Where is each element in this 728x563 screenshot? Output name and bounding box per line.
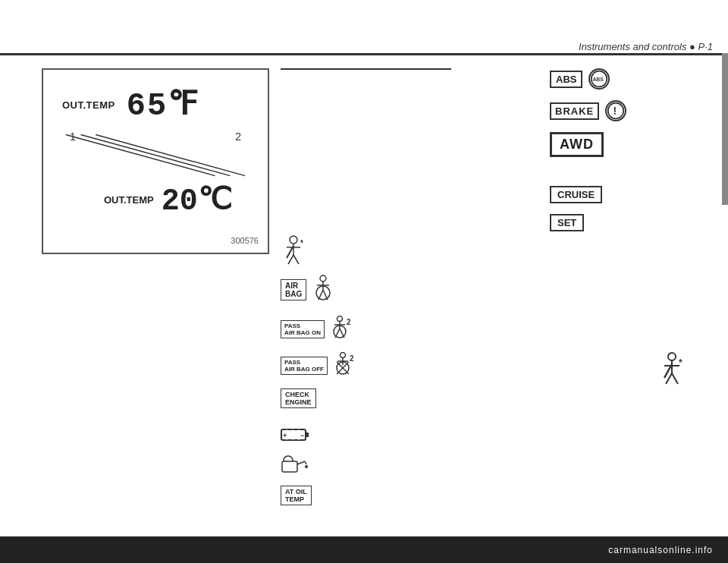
temp-fahrenheit: 65℉ xyxy=(127,85,199,124)
svg-line-50 xyxy=(672,373,678,384)
out-temp-label-top: OUT.TEMP xyxy=(62,99,115,111)
svg-point-23 xyxy=(340,353,346,358)
temp-celsius: 20℃ xyxy=(162,181,232,219)
svg-line-21 xyxy=(340,329,344,338)
svg-text:−: − xyxy=(300,432,304,439)
at-oil-temp-indicator: AT OILTEMP xyxy=(281,486,417,505)
svg-line-14 xyxy=(318,290,323,300)
set-row: SET xyxy=(550,214,686,231)
pass-airbag-on-icon: 2 xyxy=(329,316,353,343)
seatbelt-right-icon: * xyxy=(657,352,686,388)
airbag-figure-icon xyxy=(311,275,335,305)
svg-text:*: * xyxy=(300,239,303,247)
at-oil-temp-box: AT OILTEMP xyxy=(281,486,312,505)
svg-line-2 xyxy=(66,134,215,175)
svg-point-45 xyxy=(668,353,676,360)
svg-rect-31 xyxy=(306,432,309,437)
out-temp-top: OUT.TEMP 65℉ xyxy=(62,85,249,124)
oil-indicator xyxy=(281,454,417,478)
bottom-bar: carmanualsonline.info xyxy=(0,536,728,563)
diagonal-lines xyxy=(58,131,253,184)
side-tab xyxy=(722,53,728,205)
svg-point-10 xyxy=(320,275,326,282)
header-title: Instruments and controls ● P·1 xyxy=(579,41,713,52)
cruise-row: CRUISE xyxy=(550,186,686,203)
svg-text:2: 2 xyxy=(347,318,351,326)
svg-point-3 xyxy=(290,236,297,244)
svg-point-40 xyxy=(305,465,308,468)
svg-text:!: ! xyxy=(613,105,617,117)
pass-airbag-off-indicator: PASSAIR BAG OFF 2 xyxy=(281,352,417,379)
brake-exclaim-icon: ! xyxy=(605,100,626,121)
svg-line-39 xyxy=(305,461,306,464)
check-engine-indicator: CHECKENGINE xyxy=(281,388,417,416)
right-panel: ABS ABS BRAKE ! AWD CRUISE SET xyxy=(550,68,686,231)
svg-line-20 xyxy=(335,329,340,338)
svg-line-7 xyxy=(288,255,293,264)
brake-row: BRAKE ! xyxy=(550,100,686,121)
svg-text:*: * xyxy=(679,357,682,368)
abs-label: ABS xyxy=(550,71,582,88)
svg-text:+: + xyxy=(283,432,287,439)
battery-indicator: + − xyxy=(281,426,417,446)
cruise-label: CRUISE xyxy=(550,186,602,203)
header-bar: Instruments and controls ● P·1 xyxy=(212,39,728,53)
pass-airbag-off-icon: 2 xyxy=(332,352,356,379)
bottom-url: carmanualsonline.info xyxy=(608,545,713,555)
pass-airbag-off-box: PASSAIR BAG OFF xyxy=(281,357,328,375)
set-label: SET xyxy=(550,214,584,231)
middle-line xyxy=(281,68,451,70)
svg-line-38 xyxy=(297,461,305,464)
seatbelt-figure-indicator: * xyxy=(281,235,417,266)
pass-airbag-on-indicator: PASSAIR BAG ON 2 xyxy=(281,316,417,343)
brake-label: BRAKE xyxy=(550,102,599,120)
svg-point-16 xyxy=(337,316,343,322)
svg-line-15 xyxy=(323,290,328,300)
svg-line-8 xyxy=(293,255,299,264)
abs-circle-icon: ABS xyxy=(588,68,610,90)
svg-line-0 xyxy=(81,134,231,175)
svg-rect-37 xyxy=(282,461,297,472)
check-engine-box: CHECKENGINE xyxy=(281,388,316,408)
awd-label: AWD xyxy=(550,132,604,157)
airbag-box: AIRBAG xyxy=(281,279,306,300)
pass-airbag-on-box: PASSAIR BAG ON xyxy=(281,320,325,338)
awd-row: AWD xyxy=(550,132,686,157)
seatbelt-figure-icon: * xyxy=(281,235,306,266)
airbag-indicator: AIRBAG xyxy=(281,275,417,305)
out-temp-label-bottom: OUT.TEMP xyxy=(104,194,154,206)
panel-code: 300576 xyxy=(231,236,259,245)
display-panel: OUT.TEMP 65℉ 1 2 OUT.TEMP 20℃ 300576 xyxy=(42,68,269,254)
svg-line-1 xyxy=(96,134,245,175)
svg-text:ABS: ABS xyxy=(593,77,604,82)
indicators-column: * AIRBAG PASSAIR BAG ON xyxy=(281,235,417,516)
svg-text:2: 2 xyxy=(350,354,354,363)
header-line xyxy=(0,53,728,55)
out-temp-bottom: OUT.TEMP 20℃ xyxy=(104,181,253,219)
abs-row: ABS ABS xyxy=(550,68,686,90)
